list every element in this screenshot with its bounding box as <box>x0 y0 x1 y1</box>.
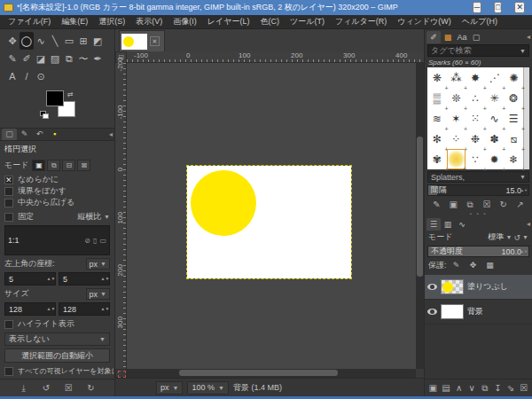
brush-cell[interactable]: ✺ <box>504 67 523 88</box>
eraser-tool[interactable]: ◪ <box>34 50 48 67</box>
smudge-tool[interactable]: 〜 <box>76 50 90 67</box>
restore-tool-preset-button[interactable]: ↺ <box>39 381 53 395</box>
tab-device-status[interactable]: ✎ <box>17 129 32 140</box>
move-tool[interactable]: ✥ <box>5 32 20 50</box>
position-unit-dropdown[interactable]: px ▼ <box>86 258 110 270</box>
new-layer-button[interactable]: ▣ <box>427 381 439 395</box>
ink-tool[interactable]: ✒ <box>90 50 105 67</box>
quick-mask-toggle[interactable] <box>115 369 127 378</box>
brush-cell[interactable]: ✾ <box>427 149 447 169</box>
lock-alpha-icon[interactable]: ▦ <box>485 259 496 272</box>
tab-document-history[interactable]: ▢ <box>469 31 483 43</box>
brush-cell[interactable]: ❄ <box>504 149 523 169</box>
brush-cell[interactable]: ⋰ <box>485 67 505 88</box>
checkbox[interactable] <box>4 176 13 184</box>
shrink-merged-row[interactable]: すべての可視レイヤーを対象にする <box>4 365 110 377</box>
scrollbar-thumb[interactable] <box>179 370 338 376</box>
fixed-checkbox[interactable] <box>4 213 13 222</box>
duplicate-brush-button[interactable]: ⧉ <box>463 198 477 211</box>
menu-item[interactable]: 編集(E) <box>57 15 92 28</box>
portrait-icon[interactable]: ▯ <box>93 237 97 245</box>
layer-thumbnail[interactable] <box>441 279 464 294</box>
tab-layers[interactable]: ☰ <box>426 218 441 231</box>
brush-cell[interactable]: ⁂ <box>447 67 466 88</box>
brush-cell[interactable]: ∴ <box>466 88 485 108</box>
rectangle-select-tool[interactable]: ▭ <box>62 32 76 50</box>
lower-layer-button[interactable]: ∨ <box>466 381 478 395</box>
paths-tool[interactable]: ╲ <box>48 32 62 50</box>
spacing-slider[interactable]: 間隔 15.0 ▲▼ <box>427 184 529 196</box>
gradient-tool[interactable]: ▨ <box>48 50 62 67</box>
merge-down-button[interactable]: ⇘ <box>505 381 517 395</box>
brush-cell[interactable]: ∿ <box>485 108 505 129</box>
brush-cell[interactable]: ✶ <box>447 108 466 129</box>
reset-tool-options-button[interactable]: ↻ <box>83 381 98 395</box>
refresh-brushes-button[interactable]: ↻ <box>497 198 511 211</box>
layer-thumbnail[interactable] <box>441 304 464 319</box>
bucket-fill-tool[interactable]: ◩ <box>90 32 105 50</box>
brush-cell[interactable]: ❉ <box>466 129 485 149</box>
tab-menu-icon[interactable]: ◂ <box>527 220 530 228</box>
anchor-layer-button[interactable]: ↧ <box>492 381 504 395</box>
spinner-arrows-icon[interactable]: ▲▼ <box>47 307 55 311</box>
maximize-button[interactable]: □ <box>494 2 502 13</box>
tab-tool-options[interactable]: ▢ <box>2 129 17 140</box>
pencil-tool[interactable]: ✎ <box>5 50 20 67</box>
horizontal-ruler[interactable]: -100 0 100 200 300 400 <box>127 51 424 63</box>
size-width-spinner[interactable]: 128▲▼ <box>4 302 56 316</box>
tab-images[interactable]: ▪ <box>47 129 62 140</box>
fixed-dropdown[interactable]: 縦横比 ▼ <box>77 211 110 223</box>
spinner-arrows-icon[interactable]: ▲▼ <box>520 185 528 195</box>
tab-patterns[interactable]: ▩ <box>441 31 455 43</box>
menu-item[interactable]: フィルター(R) <box>331 15 391 28</box>
brush-cell[interactable]: ✳ <box>485 88 505 108</box>
canvas-image[interactable] <box>187 166 351 278</box>
image-tab[interactable]: ✕ <box>119 30 165 51</box>
tab-undo-history[interactable]: ↶ <box>32 129 47 140</box>
paintbrush-tool[interactable]: ✐ <box>20 50 34 67</box>
brush-cell[interactable]: ☰ <box>504 108 523 129</box>
brush-cell[interactable]: ⧅ <box>504 129 523 149</box>
measure-tool[interactable]: / <box>20 67 34 85</box>
image-tab-close-icon[interactable]: ✕ <box>150 36 160 46</box>
clone-tool[interactable]: ⧉ <box>62 50 76 67</box>
tab-menu-icon[interactable]: ◂ <box>109 130 113 138</box>
brush-cell[interactable]: ✸ <box>466 67 485 88</box>
brush-cell[interactable]: ❋ <box>427 67 447 88</box>
layer-row[interactable]: 塗りつぶし <box>425 275 532 300</box>
free-select-tool[interactable]: ∿ <box>34 32 48 50</box>
layer-name[interactable]: 塗りつぶし <box>467 281 508 293</box>
scrollbar-thumb[interactable] <box>417 137 423 278</box>
tag-search-input[interactable]: タグで検索 ▼ <box>427 44 529 57</box>
mode-intersect-button[interactable]: ⊠ <box>77 160 90 171</box>
brush-cell[interactable]: ⁘ <box>447 129 466 149</box>
brush-cell[interactable]: ✻ <box>427 129 447 149</box>
brush-cell[interactable]: ▒ <box>427 88 447 108</box>
navigation-button[interactable] <box>416 369 424 378</box>
brush-cell[interactable]: ⁙ <box>466 108 485 129</box>
ellipse-select-tool[interactable]: ◯ <box>20 32 34 50</box>
menu-item[interactable]: 表示(V) <box>131 15 167 28</box>
tab-menu-icon[interactable]: ◂ <box>527 33 530 41</box>
default-colors-icon[interactable] <box>40 111 47 118</box>
brush-cell[interactable]: ≋ <box>427 108 447 129</box>
duplicate-layer-button[interactable]: ⧉ <box>479 381 490 395</box>
tab-fonts[interactable]: Aa <box>455 31 469 43</box>
unit-dropdown[interactable]: px ▼ <box>156 381 183 395</box>
brush-cell[interactable] <box>447 149 466 169</box>
clear-icon[interactable]: ⊘ <box>84 237 90 245</box>
auto-shrink-button[interactable]: 選択範囲の自動縮小 <box>4 348 110 363</box>
save-tool-preset-button[interactable]: ⤓ <box>17 381 31 395</box>
delete-tool-preset-button[interactable]: ☒ <box>61 381 75 395</box>
menu-item[interactable]: レイヤー(L) <box>203 15 254 28</box>
layer-row[interactable]: 背景 <box>425 300 532 325</box>
visibility-eye-icon[interactable] <box>427 284 437 290</box>
lock-pixels-icon[interactable]: ✎ <box>451 259 462 272</box>
menu-item[interactable]: ファイル(F) <box>4 15 55 28</box>
mode-switch-icon[interactable]: ↺ <box>514 233 521 242</box>
lock-position-icon[interactable]: ✥ <box>468 259 479 272</box>
menu-item[interactable]: ヘルプ(H) <box>458 15 502 28</box>
vertical-ruler[interactable]: -200 -100 0 100 200 300 <box>115 63 127 369</box>
position-y-spinner[interactable]: 5▲▼ <box>59 272 110 286</box>
text-tool[interactable]: A <box>5 67 20 85</box>
